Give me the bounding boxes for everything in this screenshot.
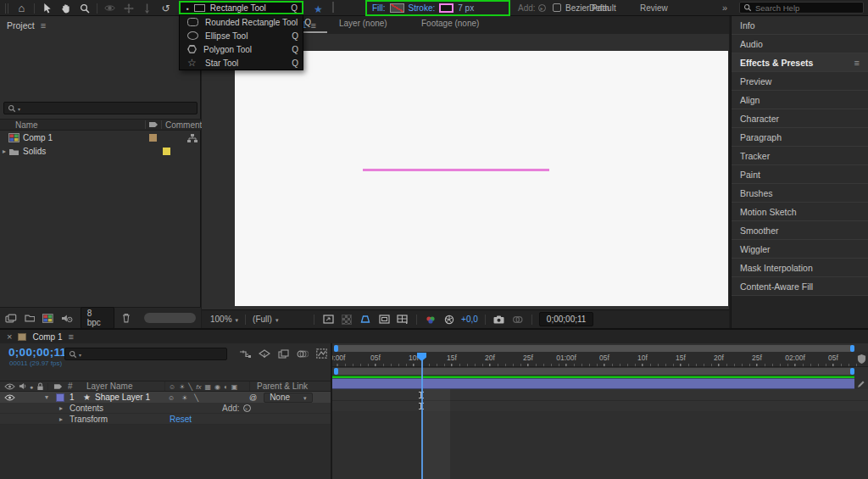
fast-previews-button[interactable]: [321, 314, 335, 326]
stroke-width-value[interactable]: 7 px: [458, 3, 474, 13]
panel-tab[interactable]: Align: [732, 91, 868, 109]
grid-guides-button[interactable]: [396, 314, 409, 326]
project-search-box[interactable]: [3, 102, 198, 114]
search-help-box[interactable]: [739, 2, 864, 14]
mask-visibility-button[interactable]: [359, 314, 372, 326]
timeline-panel-menu-icon[interactable]: [68, 331, 73, 342]
dolly-camera-tool-button[interactable]: [139, 1, 155, 15]
parent-pickwhip-icon[interactable]: [249, 393, 257, 402]
panel-menu-icon[interactable]: [854, 58, 860, 68]
collapse-transformations-icon[interactable]: [179, 382, 185, 391]
orbit-camera-tool-button[interactable]: [102, 1, 118, 15]
workspace-tab-default[interactable]: Default: [589, 0, 616, 15]
label-color-swatch[interactable]: [149, 134, 157, 142]
work-area-bar[interactable]: [334, 368, 854, 375]
tab-footage[interactable]: Footage (none): [421, 19, 479, 28]
work-area-start-handle[interactable]: [334, 368, 338, 375]
panel-tab[interactable]: Brushes: [732, 184, 868, 203]
layer-duration-bar[interactable]: [332, 378, 854, 389]
project-panel-menu-icon[interactable]: [41, 20, 46, 31]
transform-reset-link[interactable]: Reset: [170, 415, 192, 424]
snapshot-button[interactable]: [492, 314, 506, 326]
tool-menu-item[interactable]: Ellipse Tool Q: [180, 29, 303, 42]
project-item-solids[interactable]: Solids: [0, 145, 201, 158]
expand-chevron-icon[interactable]: [0, 148, 8, 155]
viewer-panel-menu-icon[interactable]: [311, 20, 316, 31]
exposure-reset-button[interactable]: [442, 314, 456, 326]
viewer-timecode[interactable]: 0;00;00;11: [539, 312, 594, 326]
layer-name[interactable]: Shape Layer 1: [95, 393, 150, 402]
tab-layer[interactable]: Layer (none): [339, 19, 387, 28]
new-composition-icon[interactable]: [42, 314, 53, 323]
tool-menu-item[interactable]: Star Tool Q: [180, 56, 303, 70]
column-name[interactable]: Name: [15, 120, 145, 130]
panel-tab[interactable]: Info: [732, 16, 868, 35]
quality-toggle[interactable]: [194, 393, 198, 402]
panel-tab[interactable]: Smoother: [732, 221, 868, 240]
home-button[interactable]: [14, 1, 30, 15]
project-item-comp1[interactable]: Comp 1: [0, 131, 201, 144]
eye-icon[interactable]: [4, 383, 15, 390]
current-timecode[interactable]: 0;00;00;11: [8, 346, 66, 359]
panel-tab[interactable]: Paragraph: [732, 128, 868, 147]
shy-icon[interactable]: [169, 382, 175, 391]
drawn-stroke-line[interactable]: [363, 169, 549, 171]
shy-toggle[interactable]: [168, 393, 175, 402]
search-options-chevron-icon[interactable]: [18, 103, 20, 113]
parent-dropdown[interactable]: None: [264, 393, 312, 403]
bezier-path-checkbox[interactable]: [553, 3, 561, 12]
quality-icon[interactable]: [188, 382, 192, 391]
add-circle-icon[interactable]: [538, 4, 546, 12]
layer-color-swatch[interactable]: [56, 393, 64, 402]
add-property-icon[interactable]: [243, 404, 251, 412]
mini-flowchart-icon[interactable]: [239, 349, 251, 359]
effects-icon[interactable]: [196, 382, 201, 391]
magnification-dropdown[interactable]: 100%: [210, 315, 238, 324]
layer-row-shape-layer-1[interactable]: ▾ 1 Shape Layer 1 None: [0, 392, 331, 403]
toolbar-grip[interactable]: [5, 3, 9, 14]
column-label-color[interactable]: [146, 121, 161, 128]
graph-editor-icon[interactable]: [316, 348, 327, 359]
panel-tab[interactable]: Audio: [732, 35, 868, 53]
show-snapshot-button[interactable]: [511, 314, 525, 326]
panel-tab[interactable]: Motion Sketch: [732, 203, 868, 221]
resolution-dropdown[interactable]: (Full): [253, 315, 307, 324]
collapse-toggle[interactable]: [181, 393, 187, 402]
timeline-tab-label[interactable]: Comp 1: [32, 332, 62, 342]
star-tool-toolbar-button[interactable]: [310, 2, 326, 16]
channel-colors-button[interactable]: [424, 314, 437, 326]
horizontal-scrollbar[interactable]: [144, 313, 196, 323]
3d-layer-icon[interactable]: [231, 382, 238, 391]
draft-3d-icon[interactable]: [259, 349, 270, 359]
close-icon[interactable]: [7, 331, 12, 342]
panel-tab[interactable]: Paint: [732, 165, 868, 184]
property-row-contents[interactable]: Contents Add:: [0, 403, 331, 414]
label-column-icon[interactable]: [53, 383, 63, 390]
playhead-line[interactable]: [421, 353, 423, 479]
rotation-tool-button[interactable]: [158, 1, 174, 15]
timeline-ruler[interactable]: 0:00f05f10f15f20f25f01:00f05f10f15f20f25…: [332, 352, 868, 367]
panel-tab[interactable]: Wiggler: [732, 240, 868, 259]
frame-blend-icon[interactable]: [204, 382, 211, 391]
region-of-interest-button[interactable]: [377, 314, 391, 326]
column-number[interactable]: #: [68, 382, 86, 391]
color-depth-button[interactable]: 8 bpc: [81, 307, 114, 329]
composition-canvas[interactable]: [235, 51, 728, 306]
navigator-start-handle[interactable]: [334, 345, 338, 352]
column-comment[interactable]: Comment: [162, 120, 201, 130]
panel-tab[interactable]: Character: [732, 109, 868, 128]
column-parent-link[interactable]: Parent & Link: [249, 382, 331, 391]
transparency-grid-button[interactable]: [340, 314, 353, 326]
panel-tab[interactable]: Tracker: [732, 147, 868, 165]
hand-tool-button[interactable]: [58, 1, 74, 15]
solo-icon[interactable]: [30, 382, 33, 391]
fill-swatch-none[interactable]: [390, 3, 404, 13]
zoom-tool-button[interactable]: [76, 1, 92, 15]
tool-menu-item[interactable]: Polygon Tool Q: [180, 42, 303, 56]
audio-icon[interactable]: [19, 382, 26, 390]
label-color-swatch[interactable]: [163, 148, 170, 155]
trash-icon[interactable]: [122, 313, 131, 323]
work-area-end-handle[interactable]: [850, 368, 854, 375]
eye-icon[interactable]: [4, 394, 15, 401]
motion-blur-column-icon[interactable]: [214, 382, 220, 391]
